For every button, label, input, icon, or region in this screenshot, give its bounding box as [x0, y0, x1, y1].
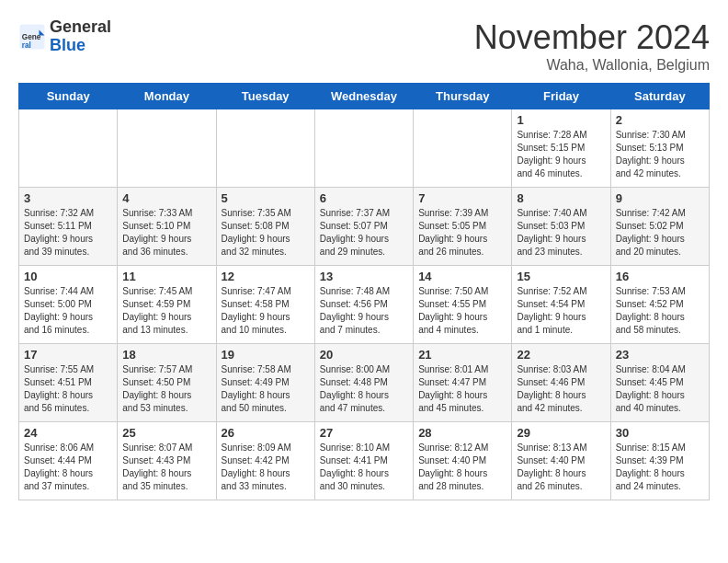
cell-w1-d1 — [19, 109, 118, 188]
day-info: Sunrise: 7:45 AM Sunset: 4:59 PM Dayligh… — [122, 285, 210, 337]
day-info: Sunrise: 7:33 AM Sunset: 5:10 PM Dayligh… — [122, 207, 210, 259]
location-subtitle: Waha, Wallonia, Belgium — [474, 57, 710, 74]
week-row-2: 3Sunrise: 7:32 AM Sunset: 5:11 PM Daylig… — [19, 188, 710, 266]
day-number: 11 — [122, 270, 210, 283]
day-info: Sunrise: 7:55 AM Sunset: 4:51 PM Dayligh… — [24, 363, 112, 415]
week-row-4: 17Sunrise: 7:55 AM Sunset: 4:51 PM Dayli… — [19, 344, 710, 422]
day-number: 19 — [222, 348, 310, 362]
day-number: 28 — [418, 426, 506, 440]
day-number: 10 — [24, 270, 112, 283]
cell-w4-d1: 17Sunrise: 7:55 AM Sunset: 4:51 PM Dayli… — [19, 344, 118, 422]
cell-w5-d7: 30Sunrise: 8:15 AM Sunset: 4:39 PM Dayli… — [610, 422, 709, 500]
day-number: 13 — [320, 270, 408, 283]
cell-w3-d6: 15Sunrise: 7:52 AM Sunset: 4:54 PM Dayli… — [512, 266, 610, 344]
day-info: Sunrise: 7:52 AM Sunset: 4:54 PM Dayligh… — [517, 285, 605, 337]
day-number: 5 — [222, 191, 310, 205]
day-number: 15 — [517, 270, 605, 283]
day-info: Sunrise: 7:47 AM Sunset: 4:58 PM Dayligh… — [222, 285, 310, 337]
cell-w5-d5: 28Sunrise: 8:12 AM Sunset: 4:40 PM Dayli… — [414, 422, 512, 500]
day-number: 23 — [616, 348, 704, 362]
day-info: Sunrise: 8:09 AM Sunset: 4:42 PM Dayligh… — [222, 442, 310, 493]
day-info: Sunrise: 7:50 AM Sunset: 4:55 PM Dayligh… — [418, 285, 506, 337]
header-thursday: Thursday — [414, 84, 512, 109]
cell-w2-d3: 5Sunrise: 7:35 AM Sunset: 5:08 PM Daylig… — [216, 188, 314, 266]
day-info: Sunrise: 8:06 AM Sunset: 4:44 PM Dayligh… — [24, 442, 112, 493]
day-number: 24 — [24, 426, 112, 440]
day-number: 26 — [222, 426, 310, 440]
header-wednesday: Wednesday — [314, 84, 413, 109]
cell-w2-d4: 6Sunrise: 7:37 AM Sunset: 5:07 PM Daylig… — [314, 188, 413, 266]
cell-w2-d1: 3Sunrise: 7:32 AM Sunset: 5:11 PM Daylig… — [19, 188, 118, 266]
cell-w4-d3: 19Sunrise: 7:58 AM Sunset: 4:49 PM Dayli… — [216, 344, 314, 422]
cell-w4-d7: 23Sunrise: 8:04 AM Sunset: 4:45 PM Dayli… — [610, 344, 709, 422]
calendar-table: Sunday Monday Tuesday Wednesday Thursday… — [18, 83, 710, 500]
cell-w4-d5: 21Sunrise: 8:01 AM Sunset: 4:47 PM Dayli… — [414, 344, 512, 422]
cell-w1-d5 — [414, 109, 512, 188]
day-number: 2 — [616, 113, 704, 127]
day-number: 12 — [222, 270, 310, 283]
day-info: Sunrise: 8:01 AM Sunset: 4:47 PM Dayligh… — [418, 363, 506, 415]
week-row-5: 24Sunrise: 8:06 AM Sunset: 4:44 PM Dayli… — [19, 422, 710, 500]
cell-w1-d4 — [314, 109, 413, 188]
cell-w5-d1: 24Sunrise: 8:06 AM Sunset: 4:44 PM Dayli… — [19, 422, 118, 500]
title-section: November 2024 Waha, Wallonia, Belgium — [474, 18, 710, 74]
day-number: 17 — [24, 348, 112, 362]
logo-blue: Blue — [50, 37, 111, 55]
cell-w3-d4: 13Sunrise: 7:48 AM Sunset: 4:56 PM Dayli… — [314, 266, 413, 344]
logo-text: General Blue — [50, 18, 111, 55]
logo-icon: Gene ral — [18, 23, 46, 51]
svg-text:Gene: Gene — [22, 33, 41, 41]
day-number: 4 — [122, 191, 210, 205]
day-info: Sunrise: 7:39 AM Sunset: 5:05 PM Dayligh… — [418, 207, 506, 259]
svg-text:ral: ral — [22, 41, 31, 50]
calendar-header: Sunday Monday Tuesday Wednesday Thursday… — [19, 84, 710, 109]
day-info: Sunrise: 8:00 AM Sunset: 4:48 PM Dayligh… — [320, 363, 408, 415]
header-friday: Friday — [512, 84, 610, 109]
cell-w1-d3 — [216, 109, 314, 188]
day-info: Sunrise: 8:12 AM Sunset: 4:40 PM Dayligh… — [418, 442, 506, 493]
header-row: Sunday Monday Tuesday Wednesday Thursday… — [19, 84, 710, 109]
cell-w5-d3: 26Sunrise: 8:09 AM Sunset: 4:42 PM Dayli… — [216, 422, 314, 500]
day-info: Sunrise: 7:53 AM Sunset: 4:52 PM Dayligh… — [616, 285, 704, 337]
day-number: 8 — [517, 191, 605, 205]
day-number: 21 — [418, 348, 506, 362]
cell-w4-d2: 18Sunrise: 7:57 AM Sunset: 4:50 PM Dayli… — [118, 344, 216, 422]
cell-w2-d7: 9Sunrise: 7:42 AM Sunset: 5:02 PM Daylig… — [610, 188, 709, 266]
day-number: 6 — [320, 191, 408, 205]
day-number: 16 — [616, 270, 704, 283]
month-title: November 2024 — [474, 18, 710, 57]
day-number: 3 — [24, 191, 112, 205]
day-number: 9 — [616, 191, 704, 205]
cell-w3-d2: 11Sunrise: 7:45 AM Sunset: 4:59 PM Dayli… — [118, 266, 216, 344]
day-info: Sunrise: 7:35 AM Sunset: 5:08 PM Dayligh… — [222, 207, 310, 259]
day-info: Sunrise: 8:10 AM Sunset: 4:41 PM Dayligh… — [320, 442, 408, 493]
day-number: 20 — [320, 348, 408, 362]
cell-w3-d7: 16Sunrise: 7:53 AM Sunset: 4:52 PM Dayli… — [610, 266, 709, 344]
day-info: Sunrise: 7:58 AM Sunset: 4:49 PM Dayligh… — [222, 363, 310, 415]
day-info: Sunrise: 8:04 AM Sunset: 4:45 PM Dayligh… — [616, 363, 704, 415]
header-monday: Monday — [118, 84, 216, 109]
day-number: 1 — [517, 113, 605, 127]
header-saturday: Saturday — [610, 84, 709, 109]
cell-w5-d2: 25Sunrise: 8:07 AM Sunset: 4:43 PM Dayli… — [118, 422, 216, 500]
calendar-body: 1Sunrise: 7:28 AM Sunset: 5:15 PM Daylig… — [19, 109, 710, 500]
day-info: Sunrise: 7:32 AM Sunset: 5:11 PM Dayligh… — [24, 207, 112, 259]
cell-w3-d3: 12Sunrise: 7:47 AM Sunset: 4:58 PM Dayli… — [216, 266, 314, 344]
day-info: Sunrise: 7:28 AM Sunset: 5:15 PM Dayligh… — [517, 129, 605, 180]
day-number: 27 — [320, 426, 408, 440]
day-info: Sunrise: 7:37 AM Sunset: 5:07 PM Dayligh… — [320, 207, 408, 259]
day-info: Sunrise: 7:40 AM Sunset: 5:03 PM Dayligh… — [517, 207, 605, 259]
logo-general: General — [50, 18, 111, 37]
day-number: 30 — [616, 426, 704, 440]
header-sunday: Sunday — [19, 84, 118, 109]
cell-w3-d1: 10Sunrise: 7:44 AM Sunset: 5:00 PM Dayli… — [19, 266, 118, 344]
header-tuesday: Tuesday — [216, 84, 314, 109]
day-number: 25 — [122, 426, 210, 440]
day-info: Sunrise: 7:48 AM Sunset: 4:56 PM Dayligh… — [320, 285, 408, 337]
day-info: Sunrise: 7:42 AM Sunset: 5:02 PM Dayligh… — [616, 207, 704, 259]
cell-w2-d5: 7Sunrise: 7:39 AM Sunset: 5:05 PM Daylig… — [414, 188, 512, 266]
day-info: Sunrise: 7:57 AM Sunset: 4:50 PM Dayligh… — [122, 363, 210, 415]
cell-w1-d7: 2Sunrise: 7:30 AM Sunset: 5:13 PM Daylig… — [610, 109, 709, 188]
cell-w2-d6: 8Sunrise: 7:40 AM Sunset: 5:03 PM Daylig… — [512, 188, 610, 266]
cell-w4-d6: 22Sunrise: 8:03 AM Sunset: 4:46 PM Dayli… — [512, 344, 610, 422]
